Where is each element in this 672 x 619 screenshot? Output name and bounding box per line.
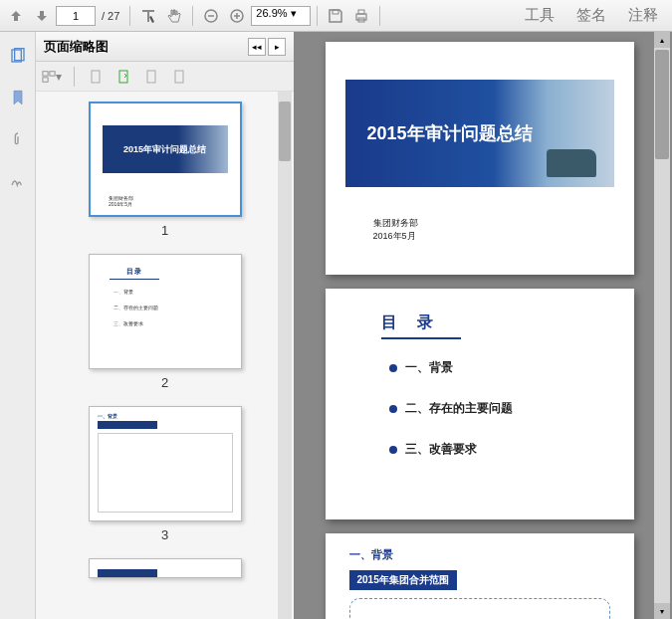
thumb-rotate-icon[interactable] <box>114 67 134 87</box>
hand-tool[interactable] <box>162 4 186 28</box>
svg-rect-14 <box>175 71 183 83</box>
save-button[interactable] <box>324 4 347 28</box>
zoom-in-button[interactable] <box>225 4 249 28</box>
text-select-tool[interactable] <box>136 4 160 28</box>
page-number-input[interactable] <box>56 6 96 26</box>
content-box <box>349 598 610 619</box>
section-head: 一、背景 <box>349 547 610 562</box>
thumb-toc-title: 目 录 <box>110 267 159 280</box>
thumbnail-image[interactable]: 目 录 一、背景 二、存在的主要问题 三、改善要求 <box>89 254 242 369</box>
thumbnail-list: 2015年审计问题总结 集团财务部2016年5月 1 目 录 一、背景 二、存在… <box>36 92 294 619</box>
thumbnail-item[interactable] <box>36 558 294 578</box>
thumb-toc-item: 一、背景 <box>113 289 133 295</box>
thumbnail-title: 页面缩略图 <box>44 38 246 56</box>
svg-rect-13 <box>147 71 155 83</box>
dept-label: 集团财务部 <box>373 217 418 230</box>
car-image <box>547 149 596 177</box>
main-area: 页面缩略图 ◂◂ ▸ ▾ 2015年审计问题总结 集团财务部2016年5月 1 <box>0 32 672 619</box>
thumbnail-number: 3 <box>36 527 294 542</box>
svg-rect-12 <box>119 71 127 83</box>
thumbnail-number: 1 <box>36 223 294 238</box>
attachment-icon[interactable] <box>6 127 30 151</box>
document-page: 2015年审计问题总结 集团财务部 2016年5月 <box>326 42 634 275</box>
thumb-toc-item: 三、改善要求 <box>113 320 143 326</box>
svg-rect-9 <box>50 71 55 75</box>
nav-down-button[interactable] <box>30 4 54 28</box>
thumb-extract-icon[interactable] <box>170 67 190 87</box>
thumbnail-number: 2 <box>36 375 294 390</box>
bookmark-icon[interactable] <box>6 86 30 109</box>
svg-rect-8 <box>43 71 48 75</box>
thumbnail-header: 页面缩略图 ◂◂ ▸ <box>36 32 294 62</box>
slide-footer: 集团财务部 2016年5月 <box>373 217 418 242</box>
scroll-down-button[interactable]: ▾ <box>654 603 670 619</box>
thumb-prev-button[interactable]: ◂◂ <box>248 38 266 56</box>
toc-item: 一、背景 <box>389 359 598 376</box>
thumbnail-image[interactable]: 一、背景 <box>89 406 242 521</box>
thumb-toc-item: 二、存在的主要问题 <box>113 305 158 310</box>
side-icon-strip <box>0 32 36 619</box>
svg-rect-11 <box>92 71 100 83</box>
thumb-slide-head: 一、背景 <box>98 413 117 419</box>
zoom-out-button[interactable] <box>199 4 223 28</box>
thumb-delete-icon[interactable] <box>142 67 162 87</box>
thumbnail-image[interactable]: 2015年审计问题总结 集团财务部2016年5月 <box>89 102 242 217</box>
document-page: 一、背景 2015年集团合并范围 <box>326 533 634 619</box>
document-view[interactable]: 2015年审计问题总结 集团财务部 2016年5月 目 录 一、背景 二、存在的… <box>297 32 672 619</box>
thumb-slide-title: 2015年审计问题总结 <box>123 143 206 156</box>
main-toolbar: / 27 26.9% ▾ 工具 签名 注释 <box>0 0 672 32</box>
page-total-label: / 27 <box>102 10 119 22</box>
thumbnail-scrollbar[interactable] <box>278 92 292 619</box>
nav-up-button[interactable] <box>4 4 28 28</box>
date-label: 2016年5月 <box>373 230 418 243</box>
document-scrollbar[interactable]: ▴ ▾ <box>654 32 670 619</box>
comment-menu[interactable]: 注释 <box>628 6 658 25</box>
document-page: 目 录 一、背景 二、存在的主要问题 三、改善要求 <box>326 289 634 519</box>
signature-icon[interactable] <box>6 169 30 193</box>
thumbnail-item[interactable]: 2015年审计问题总结 集团财务部2016年5月 1 <box>36 102 294 238</box>
thumbnails-icon[interactable] <box>6 44 30 68</box>
scroll-thumb[interactable] <box>655 50 669 159</box>
svg-rect-10 <box>43 77 48 81</box>
svg-rect-4 <box>358 10 364 14</box>
thumb-next-button[interactable]: ▸ <box>268 38 286 56</box>
print-button[interactable] <box>349 4 373 28</box>
thumb-options-icon[interactable]: ▾ <box>42 67 62 87</box>
toc-title: 目 录 <box>381 312 461 339</box>
thumbnail-item[interactable]: 一、背景 3 <box>36 406 294 542</box>
zoom-select[interactable]: 26.9% ▾ <box>251 6 311 26</box>
section-bar: 2015年集团合并范围 <box>349 570 457 590</box>
tools-menu[interactable]: 工具 <box>525 6 555 25</box>
toc-item: 三、改善要求 <box>389 441 598 458</box>
thumbnail-panel: 页面缩略图 ◂◂ ▸ ▾ 2015年审计问题总结 集团财务部2016年5月 1 <box>36 32 297 619</box>
thumb-slide-footer: 集团财务部2016年5月 <box>109 195 133 207</box>
slide-banner: 2015年审计问题总结 <box>345 80 614 187</box>
scroll-up-button[interactable]: ▴ <box>654 32 670 48</box>
thumb-new-icon[interactable] <box>87 67 107 87</box>
thumbnail-toolbar: ▾ <box>36 62 294 92</box>
thumbnail-image[interactable] <box>89 558 242 578</box>
toc-item: 二、存在的主要问题 <box>389 400 598 417</box>
thumbnail-item[interactable]: 目 录 一、背景 二、存在的主要问题 三、改善要求 2 <box>36 254 294 390</box>
slide-title: 2015年审计问题总结 <box>367 121 533 145</box>
sign-menu[interactable]: 签名 <box>576 6 606 25</box>
